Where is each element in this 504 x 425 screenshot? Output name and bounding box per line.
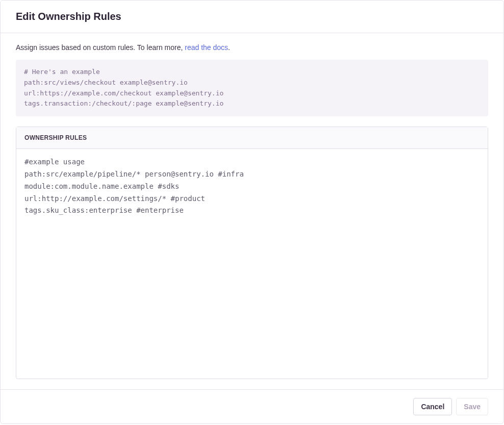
modal-header: Edit Ownership Rules [1,1,503,33]
ownership-rules-panel: OWNERSHIP RULES [16,127,488,379]
cancel-button[interactable]: Cancel [413,398,452,415]
modal-title: Edit Ownership Rules [16,11,488,22]
modal-footer: Cancel Save [1,389,503,423]
edit-ownership-rules-modal: Edit Ownership Rules Assign issues based… [0,0,504,424]
ownership-rules-label: OWNERSHIP RULES [16,127,488,149]
save-button[interactable]: Save [456,398,488,415]
intro-prefix: Assign issues based on custom rules. To … [16,43,185,52]
modal-body: Assign issues based on custom rules. To … [1,33,503,389]
intro-text: Assign issues based on custom rules. To … [16,43,488,52]
example-code-block: # Here's an example path:src/views/check… [16,60,488,116]
intro-suffix: . [228,43,230,52]
read-docs-link[interactable]: read the docs [185,43,228,52]
ownership-rules-input[interactable] [16,149,488,379]
